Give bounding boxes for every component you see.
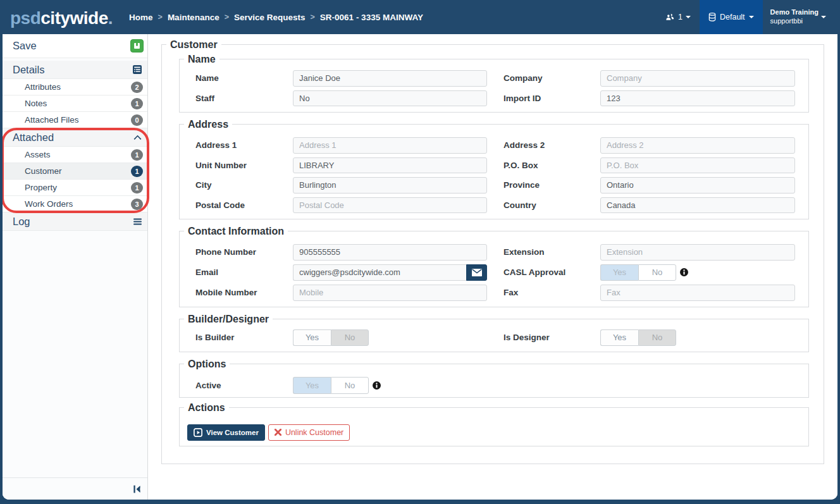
sidebar-item-customer[interactable]: Customer 1 (3, 163, 147, 180)
sidebar-section-attached[interactable]: Attached (3, 128, 147, 147)
is-builder-yes-button[interactable]: Yes (293, 329, 331, 347)
sidebar-item-property[interactable]: Property 1 (3, 180, 147, 196)
name-fieldset: Name Name Company Staff Import ID (179, 59, 809, 113)
session-count: 1 (678, 13, 682, 22)
collapse-left-icon (133, 485, 140, 493)
phone-label: Phone Number (195, 247, 293, 257)
breadcrumb-service-requests[interactable]: Service Requests (234, 13, 306, 22)
unit-number-field[interactable] (293, 157, 487, 174)
form-row: Unit Number P.O. Box (195, 157, 793, 174)
sidebar-item-notes[interactable]: Notes 1 (3, 95, 147, 112)
import-id-label: Import ID (503, 94, 600, 103)
casl-yes-button[interactable]: Yes (600, 264, 638, 281)
app-logo[interactable]: psdcitywide. (10, 1, 113, 35)
chevron-down-icon (686, 16, 691, 18)
unlink-customer-button[interactable]: Unlink Customer (268, 424, 350, 441)
actions-fieldset: Actions View Customer Unlink Customer (179, 407, 809, 446)
form-row: Name Company (195, 70, 793, 87)
item-label: Assets (25, 150, 51, 159)
save-button[interactable] (130, 39, 144, 52)
options-fieldset: Options Active Yes No (179, 364, 809, 398)
active-no-button[interactable]: No (331, 377, 369, 394)
count-badge: 0 (131, 114, 143, 126)
sidebar-item-attributes[interactable]: Attributes 2 (3, 79, 147, 95)
breadcrumb-home[interactable]: Home (129, 13, 153, 22)
database-selector-button[interactable]: Default (700, 0, 763, 34)
extension-field[interactable] (600, 244, 795, 261)
is-builder-label: Is Builder (195, 333, 293, 342)
count-badge: 1 (131, 149, 143, 161)
address1-field[interactable] (293, 137, 487, 154)
staff-label: Staff (195, 94, 293, 103)
count-badge: 1 (131, 98, 143, 109)
chevron-down-icon (749, 16, 754, 18)
breadcrumb-separator: > (311, 13, 315, 22)
sidebar-collapse-button[interactable] (3, 477, 147, 500)
form-row: Is Builder Yes No Is Designer Yes No (195, 329, 793, 347)
builder-fieldset: Builder/Designer Is Builder Yes No Is De… (179, 319, 809, 353)
sidebar-section-details[interactable]: Details (3, 61, 147, 79)
save-label: Save (13, 40, 37, 52)
info-circle-icon[interactable] (373, 381, 381, 390)
postal-code-field[interactable] (293, 197, 487, 214)
is-designer-no-button[interactable]: No (638, 329, 676, 347)
sidebar-item-work-orders[interactable]: Work Orders 3 (3, 196, 147, 212)
is-builder-toggle: Yes No (293, 329, 369, 347)
sidebar-item-attached-files[interactable]: Attached Files 0 (3, 112, 147, 128)
actions-row: View Customer Unlink Customer (187, 424, 793, 441)
item-label: Customer (25, 166, 62, 176)
city-field[interactable] (293, 177, 487, 194)
view-customer-label: View Customer (206, 429, 259, 436)
form-row: Mobile Number Fax (195, 285, 793, 301)
caret-square-right-icon (194, 428, 202, 437)
mobile-field[interactable] (293, 285, 487, 301)
options-legend: Options (184, 357, 230, 371)
active-toggle: Yes No (293, 377, 369, 394)
session-users-dropdown[interactable]: 1 (655, 0, 700, 34)
customer-legend: Customer (166, 38, 221, 51)
is-builder-no-button[interactable]: No (331, 329, 369, 347)
sidebar-item-assets[interactable]: Assets 1 (3, 147, 147, 163)
company-field[interactable] (600, 70, 795, 87)
logo-psd: psd (10, 8, 40, 28)
contact-legend: Contact Information (184, 224, 288, 238)
country-field[interactable] (600, 197, 795, 214)
casl-no-button[interactable]: No (638, 264, 676, 281)
top-navbar: psdcitywide. Home > Maintenance > Servic… (0, 0, 840, 34)
main-content: Customer Name Name Company Staff Import … (148, 34, 837, 500)
logo-citywide: citywide (40, 8, 108, 28)
postal-code-label: Postal Code (195, 200, 293, 210)
name-legend: Name (184, 52, 219, 66)
form-row: City Province (195, 177, 793, 194)
name-field[interactable] (293, 70, 487, 87)
times-icon (275, 429, 281, 436)
section-attached-label: Attached (13, 132, 54, 144)
active-yes-button[interactable]: Yes (293, 377, 331, 394)
section-log-label: Log (13, 216, 30, 228)
province-field[interactable] (600, 177, 795, 194)
chevron-up-icon (133, 135, 142, 140)
info-circle-icon[interactable] (680, 268, 688, 276)
floppy-disk-icon (133, 42, 141, 50)
address2-field[interactable] (600, 137, 795, 154)
import-id-field[interactable] (600, 90, 795, 107)
fax-field[interactable] (600, 285, 795, 301)
breadcrumb-maintenance[interactable]: Maintenance (168, 13, 219, 22)
send-email-button[interactable] (466, 264, 487, 281)
database-label: Default (720, 13, 745, 22)
fax-label: Fax (503, 288, 600, 297)
email-field[interactable] (293, 264, 466, 281)
phone-field[interactable] (293, 244, 487, 261)
casl-label: CASL Approval (503, 267, 600, 277)
po-box-field[interactable] (600, 157, 795, 174)
user-menu[interactable]: Demo Training supportbbi (763, 0, 840, 34)
staff-field[interactable] (293, 90, 487, 107)
list-alt-icon (133, 65, 142, 74)
item-label: Attributes (25, 82, 61, 92)
logo-dot: . (108, 8, 113, 28)
is-designer-yes-button[interactable]: Yes (600, 329, 638, 347)
extension-label: Extension (503, 247, 600, 257)
city-label: City (195, 180, 293, 190)
sidebar-section-log[interactable]: Log (3, 212, 147, 231)
view-customer-button[interactable]: View Customer (187, 424, 265, 441)
